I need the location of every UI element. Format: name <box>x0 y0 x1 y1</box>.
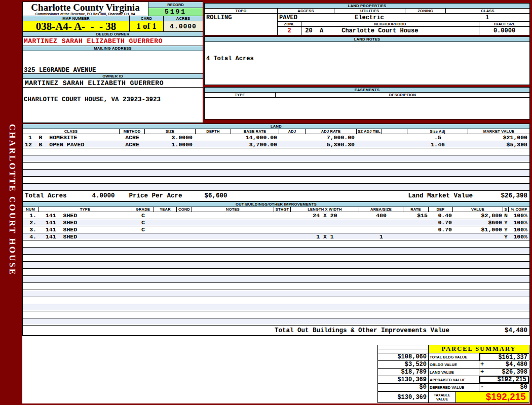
neighborhood-value[interactable]: 20 A Charlotte Court House <box>301 27 479 35</box>
ob-row-empty <box>23 304 529 311</box>
current-land: $18,789 <box>378 369 429 376</box>
ob-total-value: $4,480 <box>505 327 529 334</box>
ob-cell: 1 <box>359 233 403 240</box>
ob-col-rate: RATE <box>403 207 429 212</box>
total-bldg-label: TOTAL BLDG VALUE <box>429 353 479 360</box>
out-building-row-2[interactable]: 2. 141 SHED C 0.70 $600 Y 100% <box>23 219 529 226</box>
land-cell <box>357 141 382 148</box>
ob-cell <box>192 212 274 219</box>
land-table-header: LAND <box>23 124 529 129</box>
utilities-value[interactable]: Electric <box>334 14 405 21</box>
ob-cell <box>177 233 192 240</box>
out-buildings-column-headers: NUM TYPE GRADE YEAR COND NOTES STHGT LEN… <box>23 207 529 212</box>
obldg-value-cell: + $4,480 <box>479 361 529 368</box>
land-properties-values: ROLLING PAVED Electric 1 <box>205 14 529 22</box>
ob-col-area-size: AREA/SIZE <box>359 207 403 212</box>
ob-cell <box>403 233 429 240</box>
plus-sign: + <box>479 361 486 368</box>
land-properties-header: LAND PROPERTIES <box>205 4 529 9</box>
easements-column-headers: TYPE DESCRIPTION <box>205 93 529 98</box>
land-col-size-adj: Size Adj <box>407 129 468 134</box>
out-buildings-rows: 1. 141 SHED C 24 X 20 480 $15 0.40 $2,88… <box>23 212 529 326</box>
map-number-field[interactable]: 038-A4- A- - - 38 <box>23 21 130 31</box>
topo-value[interactable]: ROLLING <box>205 14 278 22</box>
summary-row-total-bldg: $108,060 TOTAL BLDG VALUE $161,337 <box>378 353 529 360</box>
current-deferred: $0 <box>378 384 429 391</box>
ob-cell <box>453 233 503 240</box>
appraised-value: $192,215 <box>487 376 528 383</box>
county-header: Charlotte County Virginia Commissioner o… <box>23 2 148 16</box>
land-row-empty <box>23 184 529 191</box>
ob-col-type: TYPE <box>39 207 132 212</box>
land-row-2[interactable]: 12 B OPEN PAVED ACRE 1.0000 3,700.00 5,3… <box>23 141 529 148</box>
class-value[interactable]: 1 <box>445 14 529 21</box>
ob-row-empty <box>23 240 529 248</box>
zoning-label: ZONING <box>405 9 446 13</box>
ob-cell <box>291 226 359 233</box>
land-cell <box>196 134 231 141</box>
land-cell: 14,000.00 <box>231 134 279 141</box>
land-cell: ACRE <box>120 141 145 148</box>
ob-cell: 141 SHED <box>39 226 132 233</box>
ob-cell <box>274 226 291 233</box>
ob-cell <box>192 226 274 233</box>
ob-col-notes: NOTES <box>192 207 274 212</box>
out-building-row-3[interactable]: 3. 141 SHED C 0.70 $1,000 Y 100% <box>23 226 529 233</box>
ob-cell <box>192 219 274 226</box>
land-value: $26,398 <box>486 369 529 376</box>
land-col-size: SIZE <box>145 129 196 134</box>
owner-id-header: OWNER ID <box>23 74 203 79</box>
land-cell <box>279 134 306 141</box>
land-cell: 1.46 <box>407 141 468 148</box>
land-row-1[interactable]: 1 R HOMESITE ACRE 3.0000 14,000.00 7,000… <box>23 134 529 141</box>
minus-sign: - <box>479 384 486 391</box>
land-col-class: CLASS <box>23 129 120 134</box>
county-title: Charlotte County Virginia <box>23 3 148 12</box>
taxable-value: $192,215 <box>456 392 529 402</box>
ob-cell <box>154 212 177 219</box>
ob-col-sthgt: STHGT <box>274 207 291 212</box>
summary-row-land: $18,789 LAND VALUE + $26,398 <box>378 368 529 376</box>
out-buildings-total-row: Total Out Buildings & Other Improvements… <box>23 326 529 336</box>
price-per-acre-label: Price Per Acre <box>129 192 182 199</box>
out-building-row-4[interactable]: 4. 141 SHED 1 X 1 1 Y 100% <box>23 233 529 240</box>
record-number-field[interactable]: 5191 <box>148 8 203 16</box>
acres-field[interactable]: 4.0000 <box>164 21 203 31</box>
ob-col-value: VALUE <box>453 207 503 212</box>
ob-row-empty <box>23 283 529 290</box>
land-notes-text[interactable]: 4 Total Acres <box>205 42 529 62</box>
out-buildings-header: OUT BUILDINGS/OTHER IMPROVEMENTS <box>23 202 529 207</box>
ob-col-length-width: LENGTH X WIDTH <box>291 207 359 212</box>
ob-cell: C <box>132 226 154 233</box>
land-row-empty <box>23 148 529 155</box>
land-row-empty <box>23 155 529 163</box>
neighborhood-label: NEIGHBORHOOD <box>301 22 479 27</box>
ob-cell: 100% <box>509 226 529 233</box>
ob-col-num: NUM <box>23 207 39 212</box>
land-col-depth: DEPTH <box>196 129 231 134</box>
deeded-owner-value[interactable]: MARTINEZ SARAH ELIZABETH GUERRERO <box>23 37 203 46</box>
ob-cell: 2. <box>23 219 39 226</box>
address-line-1: 325 LEGRANDE AVENUE <box>24 67 203 74</box>
land-col-base-rate: BASE RATE <box>231 129 279 134</box>
ob-col-pct-comp: % COMP <box>509 207 529 212</box>
access-value[interactable]: PAVED <box>279 14 297 21</box>
owner-id-value[interactable]: MARTINEZ SARAH ELIZABETH GUERRERO <box>23 79 203 88</box>
summary-row-deferred: $0 DEFERRED VALUE - $0 <box>378 383 529 391</box>
out-building-row-1[interactable]: 1. 141 SHED C 24 X 20 480 $15 0.40 $2,88… <box>23 212 529 219</box>
ob-cell: N <box>503 212 509 219</box>
ob-col-grade: GRADE <box>132 207 154 212</box>
zone-value[interactable]: 2 <box>278 27 301 35</box>
easements-panel: EASEMENTS TYPE DESCRIPTION <box>204 87 530 119</box>
land-cell: 3.0000 <box>145 134 196 141</box>
ob-col-dep: DEP <box>429 207 453 212</box>
obldg-value: $4,480 <box>486 361 529 368</box>
ob-cell: 141 SHED <box>39 219 132 226</box>
tract-size-value[interactable]: 0.0000 <box>479 27 529 35</box>
zone-neighborhood-values: 2 20 A Charlotte Court House 0.0000 <box>205 27 529 35</box>
land-cell: ACRE <box>120 134 145 141</box>
access-label: ACCESS <box>278 9 334 13</box>
mailing-address-block[interactable]: 325 LEGRANDE AVENUE CHARLOTTE COURT HOUS… <box>23 51 203 74</box>
owner-panel-filler <box>23 88 203 123</box>
card-field[interactable]: 1 of 1 <box>130 21 164 31</box>
